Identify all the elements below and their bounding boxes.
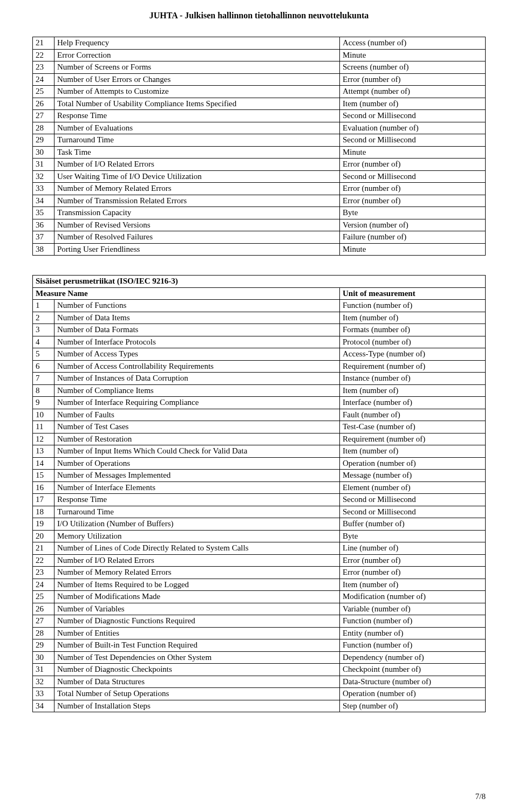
row-number: 1 [33,300,54,312]
unit-of-measurement: Access (number of) [340,37,486,50]
unit-of-measurement: Minute [340,49,486,61]
table-row: 33Number of Memory Related ErrorsError (… [33,183,486,195]
unit-of-measurement: Formats (number of) [339,324,485,336]
table-row: 24Number of Items Required to be LoggedI… [33,579,486,591]
measure-name: Number of I/O Related Errors [54,554,340,567]
row-number: 17 [33,494,54,506]
measure-name: Number of Diagnostic Functions Required [54,615,340,628]
unit-of-measurement: Access-Type (number of) [339,348,485,361]
row-number: 38 [33,243,54,256]
unit-of-measurement: Modification (number of) [339,591,485,603]
row-number: 24 [33,73,54,86]
table-row: 31Number of I/O Related ErrorsError (num… [33,159,486,171]
unit-of-measurement: Line (number of) [339,542,485,555]
row-number: 22 [33,49,54,61]
table-row: 15Number of Messages ImplementedMessage … [33,470,486,482]
table-row: 33Total Number of Setup OperationsOperat… [33,688,486,700]
row-number: 34 [33,195,54,207]
measure-name: Number of Interface Elements [54,481,340,494]
row-number: 11 [33,421,54,433]
table-row: 25Number of Modifications MadeModificati… [33,591,486,603]
table-row: 27Response TimeSecond or Millisecond [33,110,486,122]
row-number: 29 [33,134,54,147]
row-number: 28 [33,627,54,639]
row-number: 19 [33,518,54,531]
measure-name: User Waiting Time of I/O Device Utilizat… [54,170,340,183]
unit-of-measurement: Entity (number of) [339,627,485,639]
measure-name: Number of Data Items [54,312,340,324]
unit-of-measurement: Item (number of) [340,98,486,110]
row-number: 15 [33,470,54,482]
measure-name: Number of Functions [54,300,340,312]
unit-of-measurement: Item (number of) [339,312,485,324]
unit-of-measurement: Function (number of) [339,615,485,628]
unit-of-measurement: Dependency (number of) [339,651,485,664]
table-row: 13Number of Input Items Which Could Chec… [33,445,486,458]
unit-of-measurement: Function (number of) [339,300,485,312]
measure-name: Number of Instances of Data Corruption [54,373,340,385]
measure-name: Number of Variables [54,603,340,615]
row-number: 8 [33,384,54,397]
table-title-row: Sisäiset perusmetriikat (ISO/IEC 9216-3) [33,276,486,288]
unit-of-measurement: Interface (number of) [339,397,485,409]
unit-of-measurement: Second or Millisecond [339,506,485,518]
table-row: 36Number of Revised VersionsVersion (num… [33,219,486,231]
row-number: 4 [33,336,54,348]
measure-name: Number of Revised Versions [54,219,340,231]
col-header-unit: Unit of measurement [339,287,485,300]
row-number: 35 [33,207,54,219]
unit-of-measurement: Error (number of) [339,567,485,579]
table-row: 34Number of Transmission Related ErrorsE… [33,195,486,207]
measure-name: Number of Modifications Made [54,591,340,603]
row-number: 6 [33,360,54,373]
row-number: 25 [33,591,54,603]
table-row: 25Number of Attempts to CustomizeAttempt… [33,86,486,98]
table-row: 30Number of Test Dependencies on Other S… [33,651,486,664]
metrics-table-1: 21Help FrequencyAccess (number of)22Erro… [32,37,486,256]
row-number: 25 [33,86,54,98]
unit-of-measurement: Version (number of) [340,219,486,231]
table-row: 24Number of User Errors or ChangesError … [33,73,486,86]
table-row: 21Number of Lines of Code Directly Relat… [33,542,486,555]
table-row: 8Number of Compliance ItemsItem (number … [33,384,486,397]
unit-of-measurement: Error (number of) [340,195,486,207]
row-number: 13 [33,445,54,458]
measure-name: Number of Built-in Test Function Require… [54,639,340,652]
table-row: 2Number of Data ItemsItem (number of) [33,312,486,324]
unit-of-measurement: Checkpoint (number of) [339,664,485,676]
measure-name: Number of Lines of Code Directly Related… [54,542,340,555]
unit-of-measurement: Instance (number of) [339,373,485,385]
measure-name: Number of User Errors or Changes [54,73,340,86]
table-row: 20Memory UtilizationByte [33,530,486,542]
table-row: 26Number of VariablesVariable (number of… [33,603,486,615]
table-row: 17Response TimeSecond or Millisecond [33,494,486,506]
page: JUHTA - Julkisen hallinnon tietohallinno… [0,0,518,812]
measure-name: Response Time [54,110,340,122]
unit-of-measurement: Protocol (number of) [339,336,485,348]
unit-of-measurement: Second or Millisecond [340,110,486,122]
unit-of-measurement: Item (number of) [339,384,485,397]
table-row: 22Error CorrectionMinute [33,49,486,61]
measure-name: Number of Installation Steps [54,700,340,712]
table-row: 28Number of EntitiesEntity (number of) [33,627,486,639]
table-row: 14Number of OperationsOperation (number … [33,457,486,470]
measure-name: Number of Diagnostic Checkpoints [54,664,340,676]
unit-of-measurement: Minute [340,243,486,256]
row-number: 26 [33,603,54,615]
measure-name: Total Number of Setup Operations [54,688,340,700]
table-row: 28Number of EvaluationsEvaluation (numbe… [33,122,486,134]
row-number: 3 [33,324,54,336]
table-row: 32Number of Data StructuresData-Structur… [33,676,486,688]
table-row: 10Number of FaultsFault (number of) [33,409,486,421]
measure-name: Error Correction [54,49,340,61]
unit-of-measurement: Item (number of) [339,445,485,458]
measure-name: Help Frequency [54,37,340,50]
row-number: 2 [33,312,54,324]
table-row: 16Number of Interface ElementsElement (n… [33,481,486,494]
measure-name: Memory Utilization [54,530,340,542]
unit-of-measurement: Second or Millisecond [340,170,486,183]
row-number: 7 [33,373,54,385]
unit-of-measurement: Failure (number of) [340,231,486,244]
table-row: 35Transmission CapacityByte [33,207,486,219]
table-row: 3Number of Data FormatsFormats (number o… [33,324,486,336]
